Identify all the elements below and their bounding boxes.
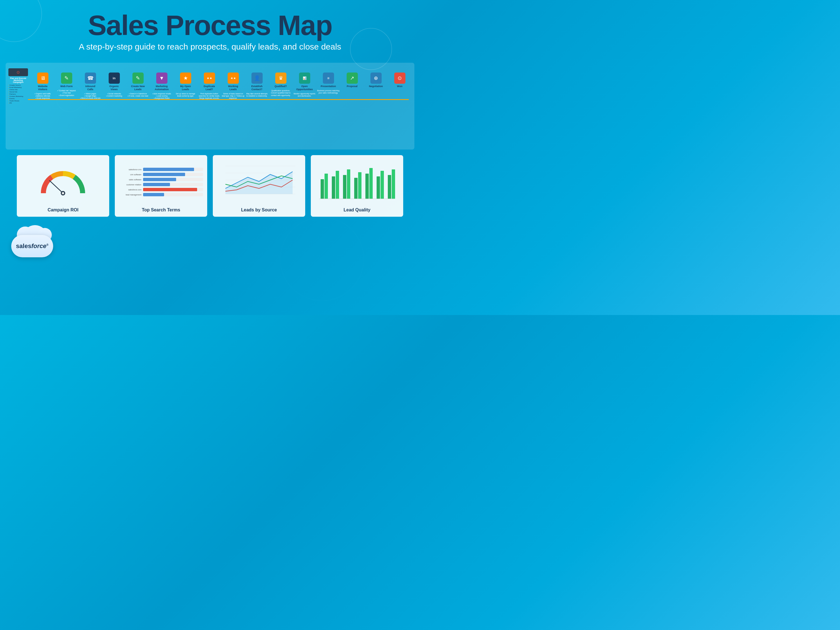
stage-won: ⊙ Won (388, 67, 410, 90)
stage-label: MarketingAutomation (155, 85, 169, 91)
stage-icon-contact: 👤 (251, 73, 263, 84)
stage-inbound-calls: ☎ InboundCalls • Yellow pages• Google Ma… (78, 67, 102, 99)
stage-desc: Find duplicates button searches for simi… (197, 93, 221, 99)
stage-label: OpenOpportunities (296, 85, 313, 91)
page-title: Sales Process Map (6, 11, 414, 39)
svg-rect-10 (325, 174, 328, 199)
stage-icon-website: 🖥 (37, 73, 49, 84)
stage-proposal: ↗ Proposal (340, 67, 364, 90)
svg-rect-20 (381, 171, 384, 199)
stage-website-visitors: 🖥 WebsiteVisitors • Organic web traffic•… (31, 67, 55, 99)
stage-label: WorkingLeads (228, 85, 238, 91)
stage-open-opps: 📊 OpenOpportunities Monitor opportunity … (293, 67, 316, 97)
stage-icon-webform: ✎ (61, 73, 72, 84)
cloud-shape: salesforce® (11, 235, 53, 257)
svg-rect-13 (343, 175, 346, 199)
stage-desc: Monitor opportunity reports and dashboar… (293, 93, 316, 98)
stage-label: OrganicViews (109, 85, 119, 91)
stage-icon-duplicate: ★★ (204, 73, 215, 84)
stage-desc: Set up views to manage leads sorted by t… (174, 93, 197, 98)
stage-icon-presentation: ≡ (323, 73, 334, 84)
stage-desc: • Organic web traffic• Address referrals… (34, 93, 51, 99)
sidebar-icon-box: ⊙ (8, 68, 28, 76)
stage-icon-calls: ☎ (85, 73, 96, 84)
lead-quality-svg (318, 163, 396, 202)
svg-point-2 (62, 192, 64, 194)
sidebar-item: Online Ads (8, 88, 28, 91)
bar-track (143, 173, 203, 176)
stage-label: Negotiation (369, 85, 383, 88)
bar-label: lead management (119, 194, 141, 196)
stage-label: Won (397, 85, 403, 88)
header: Sales Process Map A step-by-step guide t… (0, 0, 420, 54)
page-subtitle: A step-by-step guide to reach prospects,… (6, 42, 414, 52)
line-chart-area (217, 159, 301, 205)
campaign-roi-title: Campaign ROI (47, 207, 78, 213)
bar-fill (143, 183, 170, 186)
stage-desc: • "Contact me" request• Free trial• Even… (57, 90, 76, 96)
stage-negotiation: ⊕ Negotiation (364, 67, 388, 90)
svg-rect-11 (332, 177, 335, 199)
stage-icon-won: ⊙ (394, 73, 406, 84)
stage-marketing-auto: ▼ MarketingAutomation • Auto-response em… (150, 67, 174, 99)
stage-icon-negotiation: ⊕ (370, 73, 382, 84)
brand-text: salesforce® (16, 243, 49, 250)
stage-label: DuplicateLead? (204, 85, 215, 91)
stage-label: My OpenLeads (180, 85, 191, 91)
stage-icon-create-leads: ✎ (133, 73, 144, 84)
bar-row: customer relation (119, 183, 203, 186)
svg-rect-14 (347, 169, 350, 199)
stage-label: Presentation (321, 85, 336, 88)
stage-desc: Series of tasks based on lead type. Day … (221, 93, 245, 99)
stage-open-leads: ★ My OpenLeads Set up views to manage le… (174, 67, 197, 97)
bar-fill (143, 178, 176, 181)
sidebar-item: Social Ads (8, 91, 28, 93)
bar-row: sales software (119, 178, 203, 181)
leads-by-source-card: Leads by Source (213, 155, 305, 217)
gauge-chart (38, 168, 88, 196)
stage-label: Web Form (60, 85, 73, 88)
sidebar-item: PR (8, 102, 28, 104)
sidebar-item: Trade Shows (8, 99, 28, 102)
sidebar-title: Plan and Execute Marketing Campaigns (8, 77, 28, 83)
bar-row: crm software (119, 173, 203, 176)
gauge-chart-area (21, 159, 105, 205)
stage-desc: • Social networks• Content marketing (106, 93, 123, 98)
stage-icon-organic: in (109, 73, 120, 84)
quality-chart-area (315, 159, 399, 205)
campaign-roi-card: Campaign ROI (17, 155, 109, 217)
top-search-terms-title: Top Search Terms (142, 207, 180, 213)
stage-label: WebsiteVisitors (38, 85, 47, 91)
bar-track (143, 178, 203, 181)
svg-rect-16 (358, 172, 362, 199)
bar-label: salesforce.com (119, 189, 141, 191)
stage-create-leads: ✎ Create NewLeads • Search in Salesforce… (126, 67, 150, 97)
bar-label: customer relation (119, 184, 141, 186)
svg-marker-8 (226, 172, 293, 194)
svg-rect-12 (336, 171, 339, 199)
bar-label: salesforce crm (119, 169, 141, 171)
stage-icon-marketing: ▼ (156, 73, 167, 84)
sidebar-item: Email Marketing (8, 86, 28, 88)
stage-icon-opportunities: 📊 (299, 73, 310, 84)
bar-track (143, 188, 203, 191)
stage-desc: May take several attempts to establish a… (245, 93, 269, 98)
svg-rect-19 (377, 177, 380, 199)
stage-organic-views: in OrganicViews • Social networks• Conte… (102, 67, 126, 97)
svg-rect-9 (321, 179, 324, 199)
stage-icon-working: ★★ (227, 73, 239, 84)
salesforce-logo: salesforce® (8, 227, 59, 260)
bar-track (143, 183, 203, 186)
stage-icon-open-leads: ★ (180, 73, 191, 84)
stage-duplicate-lead: ★★ DuplicateLead? Find duplicates button… (197, 67, 221, 99)
bar-label: sales software (119, 178, 141, 181)
bar-fill (143, 193, 164, 196)
svg-rect-15 (354, 178, 358, 199)
stage-desc: • Yellow pages• Google Maps• Word-of-mou… (79, 93, 101, 99)
svg-rect-22 (392, 169, 395, 199)
bar-row: salesforce crm (119, 168, 203, 171)
stage-icon-qualified: ♛ (275, 73, 286, 84)
stage-establish-contact: 👤 EstablishContact? May take several att… (245, 67, 269, 97)
stage-qualified: ♛ Qualified? Qualification questions. Co… (269, 67, 293, 96)
stage-label: EstablishContact? (251, 85, 262, 91)
